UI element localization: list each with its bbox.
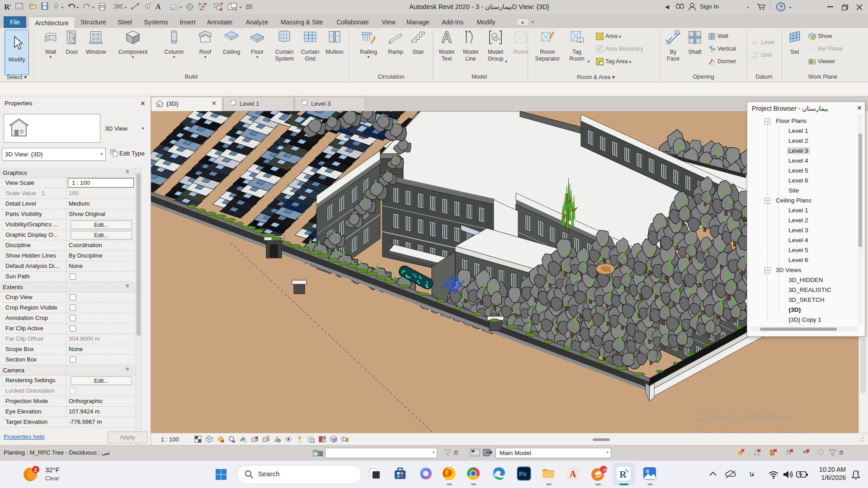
svg-text:z: z <box>857 470 859 474</box>
svg-text:?: ? <box>779 4 783 10</box>
svg-text:2: 2 <box>34 467 37 473</box>
svg-text:..59: ..59 <box>601 468 608 472</box>
svg-text:Activate Windows: Activate Windows <box>696 411 792 425</box>
svg-text:Ps: Ps <box>519 470 527 478</box>
svg-text:A: A <box>570 469 576 479</box>
svg-text:1: 1 <box>579 38 581 42</box>
svg-text:A: A <box>156 3 161 10</box>
svg-text:R: R <box>4 3 10 11</box>
svg-text:1: 1 <box>146 5 149 9</box>
svg-text:Go to Settings to activate Win: Go to Settings to activate Windows. <box>696 429 807 433</box>
